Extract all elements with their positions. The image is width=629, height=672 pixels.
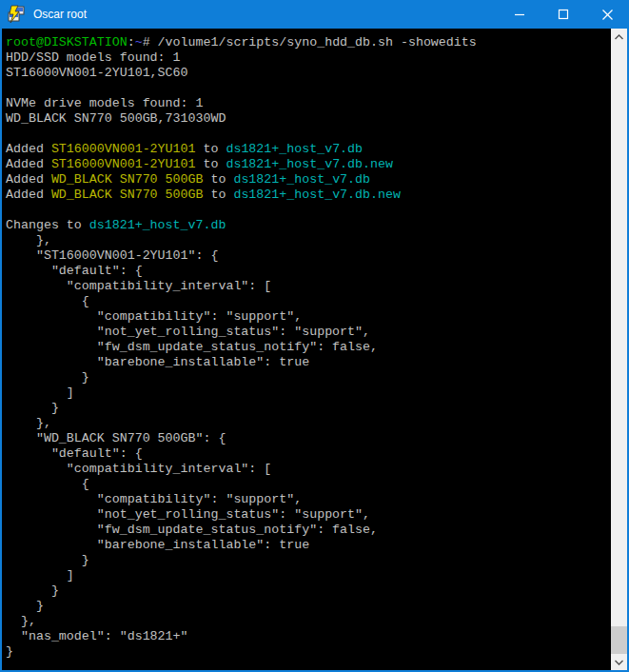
terminal-line: "compatibility_interval": [ xyxy=(6,279,611,294)
close-icon xyxy=(601,9,614,21)
terminal-text-segment: WD_BLACK SN770 500GB xyxy=(51,172,204,187)
scrollbar[interactable] xyxy=(611,29,627,670)
terminal-line: "barebone_installable": true xyxy=(6,355,611,370)
terminal-line: "compatibility": "support", xyxy=(6,492,611,507)
terminal-line: ] xyxy=(6,568,611,583)
scrollbar-thumb[interactable] xyxy=(611,626,627,654)
terminal-text-segment: WD_BLACK SN770 500GB xyxy=(51,188,204,202)
terminal-text-segment: "compatibility": "support", xyxy=(6,492,302,506)
terminal-text-segment: "ST16000VN001-2YU101": { xyxy=(6,248,218,263)
terminal-line: }, xyxy=(6,233,611,248)
terminal-text-segment: : xyxy=(128,35,135,49)
terminal-line: "barebone_installable": true xyxy=(6,538,611,553)
terminal-text-segment: ds1821+_host_v7.db.new xyxy=(226,157,393,171)
terminal-line: WD_BLACK SN770 500GB,731030WD xyxy=(6,111,611,127)
terminal-line: HDD/SSD models found: 1 xyxy=(6,50,611,66)
terminal-line: "ST16000VN001-2YU101": { xyxy=(6,248,611,264)
terminal-line: Added ST16000VN001-2YU101 to ds1821+_hos… xyxy=(6,142,611,157)
terminal-text-segment: } xyxy=(6,644,13,659)
terminal-text-segment: ds1821+_host_v7.db xyxy=(233,172,370,187)
terminal-text-segment: "WD_BLACK SN770 500GB": { xyxy=(6,431,226,445)
terminal-line: NVMe drive models found: 1 xyxy=(6,96,611,111)
terminal-line: "nas_model": "ds1821+" xyxy=(6,629,611,644)
window-title: Oscar root xyxy=(33,8,87,21)
terminal-line: "WD_BLACK SN770 500GB": { xyxy=(6,431,611,446)
terminal-text-segment: ] xyxy=(6,385,74,400)
terminal-line: Added WD_BLACK SN770 500GB to ds1821+_ho… xyxy=(6,172,611,188)
minimize-icon xyxy=(514,9,525,20)
terminal-line: }, xyxy=(6,614,611,629)
terminal-text-segment: "barebone_installable": true xyxy=(6,538,309,552)
terminal-text-segment: Added xyxy=(6,157,51,171)
terminal-line: { xyxy=(6,294,611,309)
terminal-line: "default": { xyxy=(6,264,611,279)
titlebar[interactable]: Oscar root xyxy=(0,0,629,29)
terminal-text-segment: Added xyxy=(6,188,51,202)
terminal-text-segment: } xyxy=(6,583,59,598)
terminal-text-segment: } xyxy=(6,553,89,567)
putty-terminal-icon[interactable] xyxy=(7,5,26,24)
maximize-button[interactable] xyxy=(541,0,585,29)
terminal-line xyxy=(6,81,611,96)
terminal-text-segment: "not_yet_rolling_status": "support", xyxy=(6,507,370,522)
terminal-text-segment: WD_BLACK SN770 500GB,731030WD xyxy=(6,111,226,126)
terminal-text-segment: } xyxy=(6,370,89,385)
terminal-text-segment: # xyxy=(143,35,150,49)
terminal-line: Changes to ds1821+_host_v7.db xyxy=(6,218,611,233)
terminal-line: "not_yet_rolling_status": "support", xyxy=(6,507,611,523)
terminal-text-segment: Changes to xyxy=(6,218,89,232)
scroll-up-icon xyxy=(615,34,623,40)
terminal-text-segment: ] xyxy=(6,568,74,583)
terminal-line: } xyxy=(6,370,611,385)
close-button[interactable] xyxy=(585,0,629,29)
terminal-line: "compatibility": "support", xyxy=(6,309,611,325)
terminal-text-segment: Added xyxy=(6,172,51,187)
terminal-text-segment: }, xyxy=(6,416,51,430)
terminal-text-segment: "not_yet_rolling_status": "support", xyxy=(6,325,370,339)
terminal-line: ST16000VN001-2YU101,SC60 xyxy=(6,66,611,81)
terminal-text-segment: "barebone_installable": true xyxy=(6,355,309,369)
scroll-down-button[interactable] xyxy=(611,654,627,670)
terminal-text-segment: ds1821+_host_v7.db xyxy=(226,142,363,156)
terminal-line: Added WD_BLACK SN770 500GB to ds1821+_ho… xyxy=(6,188,611,203)
terminal-line xyxy=(6,127,611,142)
terminal-line: "fw_dsm_update_status_notify": false, xyxy=(6,340,611,355)
terminal-line: } xyxy=(6,583,611,599)
terminal-text-segment: ~ xyxy=(135,35,143,49)
maximize-icon xyxy=(558,9,569,20)
terminal-output[interactable]: root@DISKSTATION:~# /volume1/scripts/syn… xyxy=(2,29,611,670)
terminal-text-segment: to xyxy=(203,188,233,202)
minimize-button[interactable] xyxy=(498,0,541,29)
terminal-line: "not_yet_rolling_status": "support", xyxy=(6,325,611,340)
scroll-down-icon xyxy=(615,660,623,665)
terminal-text-segment: "default": { xyxy=(6,264,143,278)
terminal-text-segment: } xyxy=(6,401,59,415)
terminal-text-segment: "nas_model": "ds1821+" xyxy=(6,629,188,643)
terminal-text-segment: NVMe drive models found: 1 xyxy=(6,96,203,110)
terminal-text-segment: ds1821+_host_v7.db.new xyxy=(233,188,401,202)
terminal-text-segment: "fw_dsm_update_status_notify": false, xyxy=(6,523,378,537)
terminal-line: "compatibility_interval": [ xyxy=(6,462,611,477)
terminal-text-segment: Added xyxy=(6,142,51,156)
terminal-line: ] xyxy=(6,385,611,401)
terminal-line xyxy=(6,203,611,218)
terminal-line: } xyxy=(6,401,611,416)
terminal-text-segment: ST16000VN001-2YU101,SC60 xyxy=(6,66,188,80)
terminal-line: Added ST16000VN001-2YU101 to ds1821+_hos… xyxy=(6,157,611,172)
terminal-line: { xyxy=(6,477,611,492)
terminal-text-segment: root@DISKSTATION xyxy=(6,35,128,49)
terminal-text-segment: "default": { xyxy=(6,446,143,461)
terminal-text-segment: to xyxy=(196,157,226,171)
terminal-text-segment: } xyxy=(6,599,44,613)
scroll-up-button[interactable] xyxy=(611,29,627,45)
terminal-text-segment: HDD/SSD models found: 1 xyxy=(6,50,181,65)
terminal-text-segment: }, xyxy=(6,614,36,628)
terminal-text-segment: ds1821+_host_v7.db xyxy=(89,218,226,232)
terminal-line: } xyxy=(6,553,611,568)
terminal-line: } xyxy=(6,644,611,660)
terminal-text-segment: to xyxy=(196,142,226,156)
terminal-line: root@DISKSTATION:~# /volume1/scripts/syn… xyxy=(6,35,611,50)
terminal-line: "default": { xyxy=(6,446,611,462)
terminal-text-segment: /volume1/scripts/syno_hdd_db.sh -showedi… xyxy=(150,35,477,49)
terminal-line: "fw_dsm_update_status_notify": false, xyxy=(6,523,611,538)
